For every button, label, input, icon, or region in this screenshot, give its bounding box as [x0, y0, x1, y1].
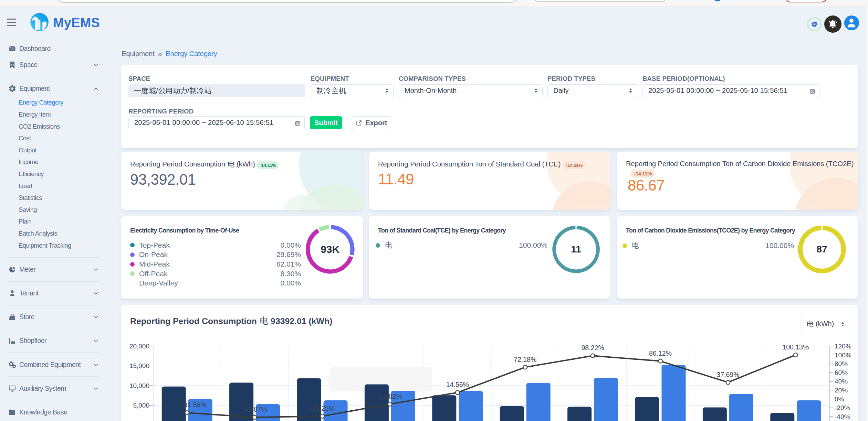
svg-text:60%: 60% — [835, 369, 848, 376]
svg-text:-39.25%: -39.25% — [310, 404, 335, 412]
svg-text:72.18%: 72.18% — [514, 356, 536, 363]
svg-text:-40%: -40% — [835, 413, 850, 420]
svg-text:14.56%: 14.56% — [446, 381, 469, 388]
svg-text:-31.56%: -31.56% — [181, 401, 207, 409]
svg-text:10,000: 10,000 — [129, 382, 149, 389]
svg-text:40%: 40% — [835, 378, 848, 385]
svg-text:100.13%: 100.13% — [782, 343, 809, 351]
svg-text:0%: 0% — [835, 396, 844, 403]
svg-text:120%: 120% — [835, 343, 851, 350]
svg-text:20,000: 20,000 — [129, 343, 149, 350]
svg-text:-20%: -20% — [835, 404, 850, 411]
svg-text:86.12%: 86.12% — [649, 349, 672, 357]
svg-text:15,000: 15,000 — [129, 362, 149, 369]
svg-text:20%: 20% — [835, 387, 848, 394]
svg-text:98.22%: 98.22% — [582, 344, 604, 352]
svg-text:100%: 100% — [835, 352, 851, 359]
svg-text:-11.82%: -11.82% — [378, 392, 402, 400]
svg-text:37.69%: 37.69% — [717, 371, 739, 378]
svg-text:-41.87%: -41.87% — [242, 406, 267, 413]
svg-text:80%: 80% — [835, 360, 848, 367]
svg-text:5,000: 5,000 — [133, 402, 149, 409]
